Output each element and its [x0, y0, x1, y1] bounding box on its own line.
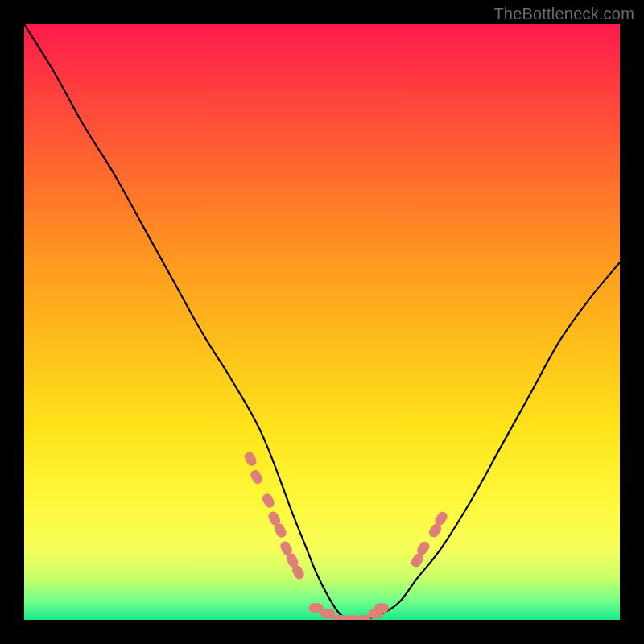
marker-trough — [374, 603, 389, 613]
plot-area — [24, 24, 620, 620]
marker-trough — [320, 609, 335, 619]
attribution-text: TheBottleneck.com — [493, 5, 634, 23]
marker-left-cluster — [261, 492, 276, 510]
marker-left-cluster — [249, 469, 264, 486]
curve-markers — [243, 450, 449, 620]
marker-trough — [309, 603, 324, 613]
marker-left-cluster — [243, 450, 258, 468]
chart-svg — [24, 24, 620, 620]
chart-frame: TheBottleneck.com — [0, 0, 644, 644]
bottleneck-curve — [24, 24, 620, 620]
